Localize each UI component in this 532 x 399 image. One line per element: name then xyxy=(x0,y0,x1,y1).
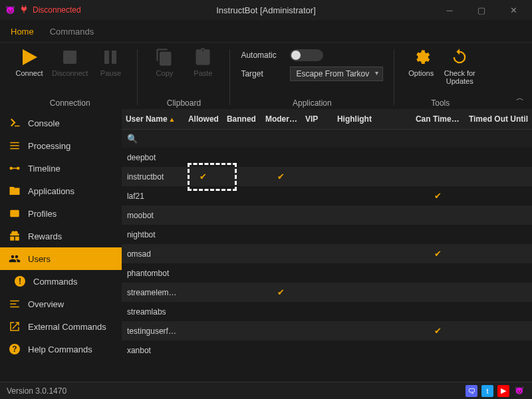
column-header-can-timeout[interactable]: Can Timeout xyxy=(412,109,465,129)
table-row[interactable]: nightbot xyxy=(122,225,532,244)
target-combobox[interactable]: Escape From Tarkov xyxy=(290,66,383,81)
ribbon-group-application: Automatic Target Escape From Tarkov Appl… xyxy=(234,47,390,108)
table-row[interactable]: laf21✔ xyxy=(122,186,532,205)
paste-button[interactable]: Paste xyxy=(187,47,219,77)
svg-text:!: ! xyxy=(19,277,21,286)
copy-icon xyxy=(154,47,175,68)
table-row[interactable]: instructbot✔✔ xyxy=(122,167,532,186)
table-row[interactable]: xanbot xyxy=(122,340,532,360)
svg-marker-0 xyxy=(23,49,37,65)
options-label: Options xyxy=(408,69,434,77)
pause-button[interactable]: Pause xyxy=(94,47,126,77)
check-updates-button[interactable]: Check for Updates xyxy=(444,47,475,85)
sidebar-item-help-commands[interactable]: ?Help Commands xyxy=(0,338,122,360)
minimize-button[interactable]: ─ xyxy=(436,2,463,18)
table-row[interactable]: testinguserfo...✔ xyxy=(122,321,532,340)
svg-rect-1 xyxy=(63,51,76,64)
column-header-vip[interactable]: VIP xyxy=(301,109,333,129)
sidebar-item-applications[interactable]: Applications xyxy=(0,180,122,202)
sidebar-item-users[interactable]: Users xyxy=(0,247,122,270)
sidebar-item-profiles[interactable]: Profiles xyxy=(0,202,122,225)
table-row[interactable]: streameleme...✔ xyxy=(122,283,532,302)
sidebar-item-label: Help Commands xyxy=(28,344,92,354)
gift-icon xyxy=(8,229,21,243)
table-row[interactable]: omsad✔ xyxy=(122,244,532,263)
users-icon xyxy=(8,252,21,265)
cell: omsad xyxy=(122,249,184,259)
cell: laf21 xyxy=(122,192,184,201)
sidebar-item-label: Applications xyxy=(28,186,74,196)
ribbon-group-clipboard: Copy Paste Clipboard xyxy=(142,47,225,108)
check-icon: ✔ xyxy=(261,172,301,182)
column-header-timed-out-until[interactable]: Timed Out Until xyxy=(465,109,532,129)
sidebar-item-label: Users xyxy=(28,254,51,264)
sidebar: Console Processing Timeline Applications… xyxy=(0,109,122,382)
column-header-highlight[interactable]: Highlight xyxy=(333,109,380,129)
sort-asc-icon: ▲ xyxy=(169,116,176,123)
sidebar-item-external-commands[interactable]: External Commands xyxy=(0,315,122,338)
svg-text:?: ? xyxy=(12,344,17,354)
options-button[interactable]: Options xyxy=(405,47,437,77)
svg-rect-7 xyxy=(10,210,19,217)
sidebar-item-overview[interactable]: Overview xyxy=(0,293,122,315)
sidebar-item-rewards[interactable]: Rewards xyxy=(0,225,122,247)
sidebar-item-label: Profiles xyxy=(28,209,57,219)
profile-icon xyxy=(8,207,21,220)
tab-commands[interactable]: Commands xyxy=(50,21,94,42)
column-header-moderator[interactable]: Modera... xyxy=(261,109,301,129)
connect-button[interactable]: Connect xyxy=(13,47,45,77)
table-row[interactable]: deepbot xyxy=(122,148,532,167)
column-header-user[interactable]: User Name▲ xyxy=(122,109,184,129)
folder-icon xyxy=(8,184,21,198)
ribbon-collapse-button[interactable]: ︿ xyxy=(516,92,524,104)
twitter-icon[interactable]: t xyxy=(481,385,493,397)
timeline-icon xyxy=(8,162,21,175)
paste-label: Paste xyxy=(194,69,212,77)
cell: phantombot xyxy=(122,269,184,278)
copy-label: Copy xyxy=(156,69,174,77)
table-row[interactable]: streamlabs xyxy=(122,302,532,321)
sidebar-item-commands-sub[interactable]: !Commands xyxy=(0,270,122,293)
grid-filter-row[interactable]: 🔍 xyxy=(122,130,532,148)
pause-label: Pause xyxy=(100,69,121,77)
console-icon xyxy=(8,116,21,130)
statusbar: Version 3.0.1470 🗨 t ▶ 😈 xyxy=(0,382,532,399)
youtube-icon[interactable]: ▶ xyxy=(497,385,509,397)
play-icon xyxy=(19,47,40,68)
paste-icon xyxy=(192,47,213,68)
devil-icon[interactable]: 😈 xyxy=(513,385,525,397)
tab-home[interactable]: Home xyxy=(11,21,34,42)
pause-icon xyxy=(100,47,121,68)
close-button[interactable]: ✕ xyxy=(500,2,527,18)
sidebar-item-processing[interactable]: Processing xyxy=(0,134,122,157)
cell: streameleme... xyxy=(122,288,184,297)
check-icon: ✔ xyxy=(184,172,223,182)
automatic-toggle[interactable] xyxy=(290,49,323,61)
check-icon: ✔ xyxy=(412,326,465,336)
cell: testinguserfo... xyxy=(122,327,184,336)
column-header-gap xyxy=(380,109,412,129)
discord-icon[interactable]: 🗨 xyxy=(466,385,477,397)
check-updates-label: Check for Updates xyxy=(444,69,475,85)
maximize-button[interactable]: ▢ xyxy=(468,2,495,18)
svg-rect-3 xyxy=(112,51,116,64)
exclaim-icon: ! xyxy=(13,275,27,288)
sidebar-item-timeline[interactable]: Timeline xyxy=(0,157,122,180)
disconnect-label: Disconnect xyxy=(52,69,88,77)
version-text: Version 3.0.1470 xyxy=(7,386,66,396)
tabbar: Home Commands xyxy=(0,20,532,43)
table-row[interactable]: phantombot xyxy=(122,263,532,283)
column-header-allowed[interactable]: Allowed xyxy=(184,109,223,129)
column-header-banned[interactable]: Banned xyxy=(223,109,261,129)
table-row[interactable]: moobot xyxy=(122,205,532,225)
stop-icon xyxy=(59,47,80,68)
copy-button[interactable]: Copy xyxy=(148,47,180,77)
sidebar-item-console[interactable]: Console xyxy=(0,112,122,134)
grid-rows: deepbotinstructbot✔✔laf21✔moobotnightbot… xyxy=(122,148,532,382)
cell: instructbot xyxy=(122,172,184,182)
sidebar-item-label: External Commands xyxy=(28,322,106,332)
help-icon: ? xyxy=(8,342,21,356)
svg-rect-2 xyxy=(104,51,109,64)
disconnect-button[interactable]: Disconnect xyxy=(52,47,88,77)
refresh-icon xyxy=(449,47,470,68)
